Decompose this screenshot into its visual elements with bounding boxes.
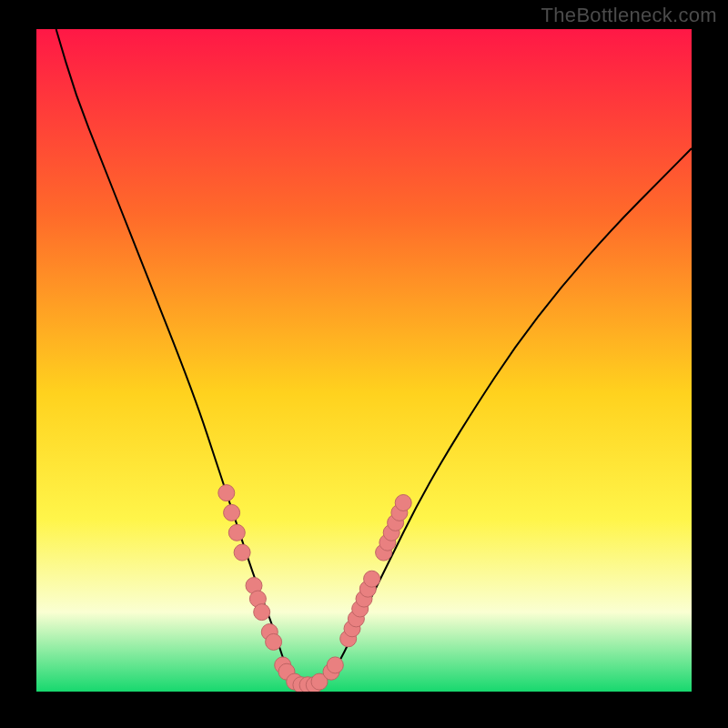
marker-dot: [234, 544, 250, 561]
marker-dot: [254, 604, 270, 621]
chart-frame: TheBottleneck.com: [0, 0, 728, 728]
marker-dot: [224, 504, 240, 521]
marker-dot: [218, 485, 235, 501]
marker-dot: [266, 633, 282, 650]
watermark-text: TheBottleneck.com: [541, 4, 717, 27]
marker-dot: [395, 495, 411, 511]
bottleneck-chart: [36, 29, 692, 692]
marker-dot: [228, 524, 245, 541]
marker-dot: [327, 657, 343, 673]
plot-area: [36, 29, 692, 692]
marker-dot: [364, 571, 380, 587]
